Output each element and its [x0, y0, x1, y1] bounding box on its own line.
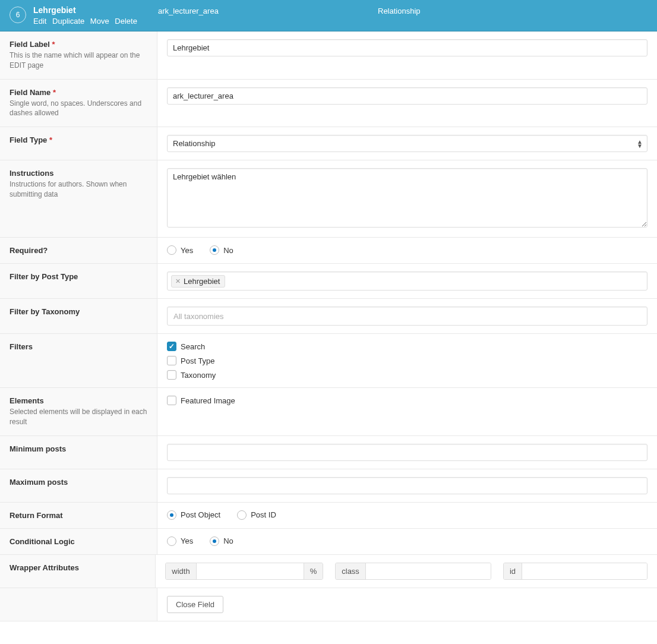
field-header: 6 Lehrgebiet Edit Duplicate Move Delete … — [0, 0, 657, 31]
wrapper-width-label: width — [166, 563, 196, 579]
instructions-textarea[interactable]: Lehrgebiet wählen — [167, 168, 647, 228]
required-asterisk: * — [53, 88, 56, 97]
filter-post-type-input[interactable]: ✕ Lehrgebiet — [167, 272, 647, 291]
return-post-object-option[interactable]: Post Object — [167, 510, 220, 520]
row-field-type: Field Type * Relationship ▲▼ — [0, 127, 657, 160]
header-actions: Edit Duplicate Move Delete — [33, 17, 158, 26]
max-posts-input[interactable] — [167, 477, 647, 494]
radio-icon — [167, 536, 176, 546]
row-filters: Filters Search Post Type Taxonomy — [0, 334, 657, 388]
row-elements: Elements Selected elements will be displ… — [0, 388, 657, 436]
label-instructions: Instructions — [10, 169, 53, 178]
radio-icon — [210, 245, 219, 255]
row-required: Required? Yes No — [0, 238, 657, 264]
filter-taxonomy-input[interactable]: All taxonomies — [167, 307, 647, 326]
checkbox-icon — [167, 356, 176, 365]
radio-icon — [210, 536, 219, 546]
label-field-label: Field Label — [10, 40, 50, 49]
edit-link[interactable]: Edit — [33, 17, 46, 26]
wrapper-width-suffix: % — [304, 563, 323, 579]
label-min-posts: Minimum posts — [10, 444, 66, 453]
remove-tag-icon[interactable]: ✕ — [175, 277, 181, 285]
element-featured-image-option[interactable]: Featured Image — [167, 396, 647, 405]
label-required: Required? — [10, 246, 48, 255]
wrapper-id: id — [503, 563, 647, 580]
wrapper-id-input[interactable] — [522, 563, 647, 579]
label-return-format: Return Format — [10, 511, 63, 520]
post-type-tag: ✕ Lehrgebiet — [171, 275, 225, 288]
row-max-posts: Maximum posts — [0, 469, 657, 503]
filter-taxonomy-option[interactable]: Taxonomy — [167, 370, 647, 380]
conditional-yes-option[interactable]: Yes — [167, 536, 193, 546]
checkbox-icon — [167, 370, 176, 380]
row-min-posts: Minimum posts — [0, 436, 657, 469]
move-link[interactable]: Move — [90, 17, 109, 26]
field-type-select[interactable]: Relationship — [167, 135, 647, 152]
min-posts-input[interactable] — [167, 444, 647, 461]
desc-field-label: This is the name which will appear on th… — [10, 50, 147, 71]
wrapper-width-input[interactable] — [197, 563, 304, 579]
return-post-id-option[interactable]: Post ID — [237, 510, 276, 520]
row-field-label: Field Label * This is the name which wil… — [0, 31, 657, 80]
close-field-button[interactable]: Close Field — [167, 596, 223, 613]
label-filter-taxonomy: Filter by Taxonomy — [10, 307, 80, 316]
wrapper-class: class — [335, 563, 491, 580]
delete-link[interactable]: Delete — [115, 17, 137, 26]
required-asterisk: * — [49, 135, 52, 144]
wrapper-id-label: id — [504, 563, 522, 579]
row-wrapper-attributes: Wrapper Attributes width % class id — [0, 555, 657, 588]
conditional-no-option[interactable]: No — [210, 536, 233, 546]
label-wrapper-attributes: Wrapper Attributes — [10, 563, 79, 572]
duplicate-link[interactable]: Duplicate — [52, 17, 84, 26]
label-max-posts: Maximum posts — [10, 478, 68, 487]
label-field-name: Field Name — [10, 88, 50, 97]
row-field-name: Field Name * Single word, no spaces. Und… — [0, 80, 657, 128]
row-close-field: Close Field — [0, 588, 657, 621]
radio-icon — [167, 245, 176, 255]
required-no-option[interactable]: No — [210, 245, 233, 255]
filter-post-type-option[interactable]: Post Type — [167, 356, 647, 365]
required-asterisk: * — [52, 40, 55, 49]
row-instructions: Instructions Instructions for authors. S… — [0, 160, 657, 238]
radio-icon — [167, 510, 176, 520]
checkbox-icon — [167, 342, 176, 351]
wrapper-class-input[interactable] — [366, 563, 491, 579]
header-title: Lehrgebiet — [33, 5, 158, 15]
row-return-format: Return Format Post Object Post ID — [0, 503, 657, 529]
label-conditional-logic: Conditional Logic — [10, 537, 75, 546]
field-label-input[interactable] — [167, 39, 647, 56]
row-filter-post-type: Filter by Post Type ✕ Lehrgebiet — [0, 264, 657, 299]
field-order-badge[interactable]: 6 — [10, 7, 26, 23]
radio-icon — [237, 510, 247, 520]
required-yes-option[interactable]: Yes — [167, 245, 193, 255]
row-filter-taxonomy: Filter by Taxonomy All taxonomies — [0, 299, 657, 334]
desc-elements: Selected elements will be displayed in e… — [10, 407, 147, 427]
taxonomy-placeholder: All taxonomies — [171, 311, 226, 322]
row-conditional-logic: Conditional Logic Yes No — [0, 529, 657, 555]
desc-instructions: Instructions for authors. Shown when sub… — [10, 179, 147, 200]
wrapper-class-label: class — [336, 563, 366, 579]
header-field-name: ark_lecturer_area — [158, 5, 378, 15]
desc-field-name: Single word, no spaces. Underscores and … — [10, 99, 147, 119]
label-field-type: Field Type — [10, 135, 47, 144]
header-field-type: Relationship — [378, 5, 647, 15]
label-elements: Elements — [10, 396, 44, 405]
label-filter-post-type: Filter by Post Type — [10, 272, 78, 281]
filter-search-option[interactable]: Search — [167, 342, 647, 351]
wrapper-width: width % — [165, 563, 323, 580]
checkbox-icon — [167, 396, 176, 405]
label-filters: Filters — [10, 342, 33, 351]
field-name-input[interactable] — [167, 87, 647, 105]
